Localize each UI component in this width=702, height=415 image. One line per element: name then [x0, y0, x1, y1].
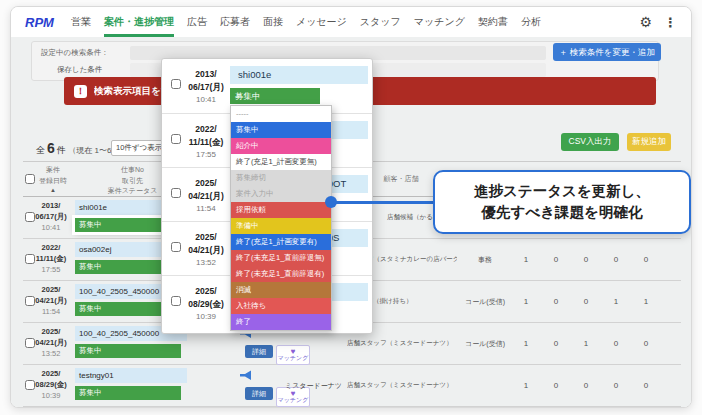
status-option[interactable]: 消滅	[231, 282, 331, 298]
screenshot-frame: RPM 営業案件・進捗管理広告応募者面接メッセージスタッフマッチング契約書分析 …	[0, 0, 702, 415]
date-year: 2013/	[184, 68, 228, 81]
date-day: 04/21(月)	[27, 338, 75, 349]
date-day: 06/17(月)	[184, 81, 228, 94]
date-year: 2025/	[184, 177, 228, 190]
popup-row-date: 2025/08/29(金)10:39	[184, 285, 228, 323]
popup-row-checkbox[interactable]	[171, 188, 181, 198]
job-registered-date: 2022/11/11(金)17:55	[27, 243, 75, 276]
nav-tab[interactable]: 広告	[187, 7, 207, 37]
popup-row-checkbox[interactable]	[171, 134, 181, 144]
status-edit-popup: 2013/06/17(月)10:41shi001e募集中2022/11/11(金…	[161, 58, 373, 334]
nav-items: 営業案件・進捗管理広告応募者面接メッセージスタッフマッチング契約書分析	[71, 7, 541, 37]
date-year: 2013/	[27, 201, 75, 212]
count-value: 1	[601, 297, 631, 306]
role-cell: 店舗スタッフ（ミスタードーナツ）	[347, 381, 457, 390]
date-year: 2025/	[27, 369, 75, 380]
role-cell: 店舗スタッフ（ミスタードーナツ）	[347, 339, 457, 348]
matching-button[interactable]: ♥マッチング	[276, 345, 310, 365]
popup-row-checkbox[interactable]	[171, 79, 181, 89]
date-day: 08/29(金)	[27, 380, 75, 391]
gear-icon[interactable]: ⚙	[639, 14, 652, 30]
date-day: 04/21(月)	[184, 244, 228, 257]
kebab-menu-icon[interactable]: ⋮	[664, 15, 677, 30]
popup-status-badge[interactable]: 募集中	[230, 88, 320, 104]
matching-button-label: マッチング	[278, 355, 309, 362]
status-badge[interactable]: 募集中	[75, 344, 181, 358]
status-option[interactable]: 案件入力中	[231, 186, 331, 202]
sort-asc-icon[interactable]: ▲	[29, 186, 77, 195]
status-option[interactable]: 紹介中	[231, 138, 331, 154]
popup-row-date: 2013/06/17(月)10:41	[184, 68, 228, 106]
status-option[interactable]: 終了(未充足1_直前辞退無)	[231, 250, 331, 266]
job-no-field[interactable]: testngy01	[75, 368, 187, 383]
nav-tab[interactable]: 分析	[521, 7, 541, 37]
page-size-value: 10件ずつ表示	[116, 143, 162, 152]
client-store-cell: ミスタードーナツ	[285, 381, 347, 391]
callout-line2: 優先すべき課題を明確化	[482, 202, 643, 223]
date-year: 2022/	[184, 123, 228, 136]
bell-megaphone-icon[interactable]	[239, 370, 252, 381]
nav-tab[interactable]: マッチング	[414, 7, 465, 37]
date-day: 11/11(金)	[184, 136, 228, 149]
status-option[interactable]: 採用依頼	[231, 202, 331, 218]
nav-tab[interactable]: 営業	[71, 7, 91, 37]
count-prefix: 全	[36, 145, 45, 155]
status-option[interactable]: 終了(充足1_計画変更有)	[231, 234, 331, 250]
alert-exclamation-icon: ！	[74, 85, 87, 98]
count-suffix: 件	[57, 145, 66, 155]
count-value: 0	[571, 381, 601, 390]
status-option[interactable]: 準備中	[231, 218, 331, 234]
status-option[interactable]: -----	[231, 106, 331, 122]
date-day: 08/29(金)	[184, 298, 228, 311]
csv-import-export-button[interactable]: CSV入出力	[561, 133, 619, 151]
date-time: 10:39	[184, 311, 228, 323]
status-option[interactable]: 終了	[231, 314, 331, 330]
header-registered-date[interactable]: 案件 登録日時 ▲	[29, 165, 77, 195]
count-value: 1	[511, 255, 541, 264]
status-option[interactable]: 終了(充足1_計画変更無)	[231, 154, 331, 170]
count-value: 0	[631, 255, 661, 264]
status-option[interactable]: 入社待ち	[231, 298, 331, 314]
nav-tab[interactable]: 応募者	[220, 7, 250, 37]
table-row: 2025/08/29(金)10:39testngy01募集中詳細♥マッチングミス…	[23, 365, 681, 407]
status-badge[interactable]: 募集中	[75, 386, 181, 400]
new-entry-button[interactable]: 新規追加	[627, 133, 671, 151]
change-search-conditions-button[interactable]: ＋ 検索条件を変更・追加	[553, 43, 661, 61]
detail-button[interactable]: 詳細	[245, 387, 273, 400]
count-cells: 10011	[511, 297, 663, 306]
nav-tab[interactable]: 案件・進捗管理	[104, 7, 174, 37]
popup-row-checkbox[interactable]	[171, 296, 181, 306]
popup-row-date: 2022/11/11(金)17:55	[184, 123, 228, 161]
nav-tab[interactable]: メッセージ	[296, 7, 347, 37]
popup-job-no-field[interactable]: shi001e	[230, 66, 368, 84]
date-time: 10:39	[27, 391, 75, 402]
count-value: 0	[541, 297, 571, 306]
nav-tab[interactable]: スタッフ	[360, 7, 401, 37]
status-option[interactable]: 募集締切	[231, 170, 331, 186]
status-option[interactable]: 終了(未充足1_直前辞退有)	[231, 266, 331, 282]
count-cells: 10000	[511, 255, 663, 264]
date-time: 11:54	[184, 203, 228, 215]
nav-tab[interactable]: 契約書	[478, 7, 508, 37]
count-cells: 10100	[511, 339, 663, 348]
top-nav: RPM 営業案件・進捗管理広告応募者面接メッセージスタッフマッチング契約書分析 …	[11, 7, 691, 37]
count-value: 0	[571, 297, 601, 306]
count-value: 0	[541, 255, 571, 264]
count-number: 6	[45, 140, 57, 156]
heart-icon: ♥	[291, 390, 296, 397]
nav-tab[interactable]: 面接	[263, 7, 283, 37]
count-value: 0	[541, 339, 571, 348]
count-value: 0	[601, 255, 631, 264]
date-year: 2025/	[184, 231, 228, 244]
count-value: 0	[631, 339, 661, 348]
popup-row-checkbox[interactable]	[171, 242, 181, 252]
job-registered-date: 2025/08/29(金)10:39	[27, 369, 75, 402]
detail-button[interactable]: 詳細	[245, 345, 273, 358]
date-time: 13:52	[27, 349, 75, 360]
count-value: 0	[631, 381, 661, 390]
status-option[interactable]: 募集中	[231, 122, 331, 138]
count-value: 0	[571, 255, 601, 264]
date-time: 13:52	[184, 257, 228, 269]
row-action-buttons: 詳細♥マッチング	[245, 345, 319, 365]
count-value: 0	[541, 381, 571, 390]
